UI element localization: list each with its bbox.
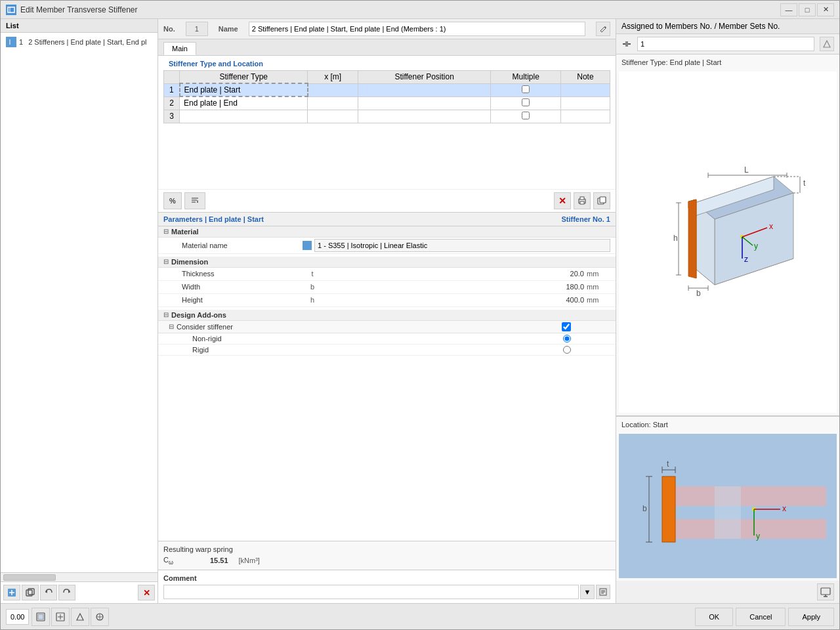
material-name-input[interactable]: 1 - S355 | Isotropic | Linear Elastic (314, 239, 610, 252)
row-type-1[interactable]: End plate | Start (180, 83, 308, 96)
multiple-checkbox-1[interactable] (522, 85, 530, 93)
member-icon (621, 39, 632, 49)
nonrigid-radio[interactable] (563, 335, 571, 343)
material-label: Material (171, 228, 199, 236)
comment-dropdown-button[interactable]: ▼ (580, 585, 595, 599)
svg-text:L: L (744, 165, 749, 175)
name-input[interactable]: 2 Stiffeners | End plate | Start, End pl… (249, 22, 585, 36)
row-note-2[interactable] (560, 96, 610, 110)
assigned-row: 1 (616, 34, 839, 54)
list-item[interactable]: 1 2 Stiffeners | End plate | Start, End … (3, 35, 155, 49)
row-note-1[interactable] (560, 83, 610, 96)
view-button-4[interactable] (91, 608, 109, 626)
svg-text:t: t (803, 178, 806, 188)
warp-unit: [kNm³] (239, 556, 260, 564)
svg-text:y: y (754, 242, 758, 251)
comment-label: Comment (163, 574, 610, 582)
bottom-toolbar (32, 608, 109, 626)
cancel-button[interactable]: Cancel (736, 608, 786, 626)
app-icon (6, 5, 16, 15)
params-header: Parameters | End plate | Start Stiffener… (158, 212, 616, 226)
row-position-2[interactable] (358, 96, 491, 110)
stiffener-section: Stiffener Type and Location Stiffener Ty… (158, 56, 616, 123)
view-button-2[interactable] (51, 608, 70, 626)
right-bottom (616, 581, 839, 603)
maximize-button[interactable]: □ (799, 3, 816, 16)
design-label: Design Add-ons (171, 311, 226, 319)
height-unit: mm (584, 296, 610, 304)
tab-main[interactable]: Main (163, 42, 196, 55)
window-controls: — □ ✕ (780, 3, 834, 16)
dimension-collapse-icon[interactable]: ⊟ (163, 258, 169, 265)
assigned-input[interactable]: 1 (637, 37, 814, 51)
material-collapse-icon[interactable]: ⊟ (163, 228, 169, 235)
sort-button[interactable] (184, 192, 205, 209)
stiffener-section-title: Stiffener Type and Location (163, 56, 610, 70)
comment-row: ▼ (163, 585, 610, 599)
apply-button[interactable]: Apply (788, 608, 834, 626)
svg-text:h: h (673, 234, 678, 243)
table-row[interactable]: 1 End plate | Start (164, 83, 610, 96)
warp-spring-section: Resulting warp spring Cω 15.51 [kNm³] (158, 541, 616, 570)
row-multiple-1[interactable] (491, 83, 560, 96)
row-multiple-3[interactable] (491, 110, 560, 123)
3d-beam-svg: t L h b (642, 163, 813, 321)
no-input[interactable] (186, 22, 208, 36)
ok-button[interactable]: OK (695, 608, 733, 626)
row-note-3[interactable] (560, 110, 610, 123)
edit-name-button[interactable] (596, 22, 610, 36)
consider-checkbox[interactable] (562, 322, 571, 331)
table-row[interactable]: 3 (164, 110, 610, 123)
copy-table-button[interactable] (593, 192, 610, 209)
percent-button[interactable]: % (163, 192, 182, 209)
duplicate-button[interactable] (22, 585, 39, 600)
design-group-header: ⊟ Design Add-ons (158, 310, 616, 321)
svg-text:x: x (769, 222, 773, 231)
row-no-2: 2 (164, 96, 180, 110)
table-row[interactable]: 2 End plate | End (164, 96, 610, 110)
multiple-checkbox-2[interactable] (522, 98, 530, 106)
comment-input[interactable] (163, 585, 579, 599)
assigned-edit-button[interactable] (820, 37, 834, 51)
view-button-3[interactable] (71, 608, 89, 626)
undo-button[interactable] (40, 585, 57, 600)
delete-list-button[interactable]: ✕ (138, 585, 155, 600)
row-type-2[interactable]: End plate | End (180, 96, 308, 110)
row-position-3[interactable] (358, 110, 491, 123)
center-panel: No. Name 2 Stiffeners | End plate | Star… (158, 19, 616, 603)
list-header: List (1, 19, 158, 33)
row-position-1[interactable] (358, 83, 491, 96)
warp-spring-row: Cω 15.51 [kNm³] (163, 556, 610, 566)
row-x-2[interactable] (308, 96, 358, 110)
view-button-1[interactable] (32, 608, 50, 626)
row-no-3: 3 (164, 110, 180, 123)
multiple-checkbox-3[interactable] (522, 112, 530, 119)
view-settings-button[interactable] (817, 583, 834, 600)
svg-marker-35 (688, 200, 696, 278)
row-multiple-2[interactable] (491, 96, 560, 110)
rigid-radio[interactable] (563, 346, 571, 354)
minimize-button[interactable]: — (780, 3, 797, 16)
comment-section: Comment ▼ (158, 570, 616, 603)
svg-rect-60 (662, 486, 826, 506)
delete-row-button[interactable]: ✕ (554, 192, 571, 209)
row-type-3[interactable] (180, 110, 308, 123)
consider-collapse-icon[interactable]: ⊟ (169, 323, 174, 330)
comment-action-button[interactable] (596, 585, 610, 599)
new-entry-button[interactable] (3, 585, 20, 600)
col-x: x [m] (308, 71, 358, 84)
col-no (164, 71, 180, 84)
row-x-1[interactable] (308, 83, 358, 96)
svg-marker-27 (824, 41, 830, 47)
close-button[interactable]: ✕ (817, 3, 834, 16)
print-table-button[interactable] (574, 192, 591, 209)
consider-subgroup-header: ⊟ Consider stiffener (158, 321, 616, 333)
row-x-3[interactable] (308, 110, 358, 123)
rigid-label: Rigid (192, 346, 310, 354)
design-collapse-icon[interactable]: ⊟ (163, 311, 169, 318)
horizontal-scrollbar[interactable] (1, 572, 158, 581)
dimension-label: Dimension (171, 258, 208, 266)
redo-button[interactable] (58, 585, 75, 600)
width-label: Width (171, 283, 303, 291)
svg-rect-62 (715, 486, 741, 539)
